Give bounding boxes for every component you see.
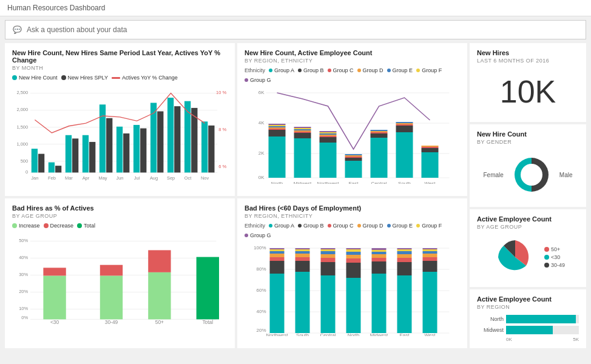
card2-title: New Hire Count, Active Employee Count <box>245 49 460 56</box>
svg-rect-146 <box>296 257 310 261</box>
bad-hires-chart: 50% 40% 30% 20% 10% 0% <box>12 232 228 326</box>
svg-text:100%: 100% <box>254 245 266 251</box>
svg-rect-138 <box>270 261 285 274</box>
svg-rect-118 <box>100 275 123 319</box>
svg-rect-57 <box>269 130 286 136</box>
svg-rect-144 <box>296 272 310 333</box>
svg-rect-117 <box>43 268 66 275</box>
female-label: Female <box>483 172 503 178</box>
region-bar-north: North <box>477 315 579 323</box>
svg-text:50%: 50% <box>19 238 28 243</box>
card-bad-hires-pct: Bad Hires as % of Actives BY AGE GROUP I… <box>5 198 235 348</box>
svg-rect-84 <box>371 132 388 133</box>
card1-chart: 2,500 2,000 1,500 1,000 500 0 10 % 8 % 6… <box>12 84 228 183</box>
svg-rect-88 <box>396 126 413 132</box>
svg-text:Aug: Aug <box>150 175 158 181</box>
svg-rect-181 <box>423 257 437 261</box>
card3-title: New Hires <box>477 49 579 56</box>
svg-rect-35 <box>201 121 208 172</box>
svg-rect-60 <box>269 126 286 127</box>
svg-text:40%: 40% <box>19 255 28 260</box>
svg-text:South: South <box>296 332 309 336</box>
svg-text:North: North <box>271 181 283 184</box>
card1-legend: New Hire Count New Hires SPLY Actives Yo… <box>12 75 228 81</box>
svg-rect-122 <box>197 257 219 320</box>
svg-text:Sep: Sep <box>167 175 175 181</box>
svg-rect-174 <box>397 258 412 262</box>
card5-legend: Increase Decrease Total <box>12 223 228 229</box>
svg-rect-169 <box>372 252 387 254</box>
svg-text:20%: 20% <box>256 328 266 333</box>
svg-text:6 %: 6 % <box>218 164 226 169</box>
svg-rect-62 <box>269 124 286 125</box>
svg-rect-142 <box>270 249 285 251</box>
svg-rect-92 <box>422 152 439 178</box>
card-new-hire-region: New Hire Count, Active Employee Count BY… <box>237 43 467 196</box>
svg-rect-148 <box>296 251 310 254</box>
card8-title: Active Employee Count <box>477 295 579 303</box>
svg-rect-149 <box>296 249 310 251</box>
svg-rect-152 <box>321 262 336 275</box>
svg-rect-78 <box>345 158 362 161</box>
svg-rect-177 <box>397 249 412 251</box>
svg-rect-162 <box>346 252 361 255</box>
svg-text:0K: 0K <box>258 175 265 180</box>
svg-rect-164 <box>346 248 361 249</box>
card7-title: Active Employee Count <box>477 215 579 223</box>
svg-rect-82 <box>371 138 388 178</box>
svg-rect-178 <box>397 248 412 249</box>
ask-bar[interactable]: 💬 Ask a question about your data <box>5 20 586 39</box>
svg-rect-120 <box>148 272 171 320</box>
card-new-hire-monthly: New Hire Count, New Hires Same Period La… <box>5 43 235 196</box>
svg-text:30-49: 30-49 <box>105 319 118 325</box>
bad-hires-region-chart: 100% 80% 60% 40% 20% <box>245 242 460 336</box>
svg-rect-19 <box>66 135 72 173</box>
svg-rect-156 <box>321 249 336 251</box>
svg-text:1,500: 1,500 <box>16 124 28 130</box>
svg-rect-15 <box>32 149 38 172</box>
svg-text:Total: Total <box>202 319 213 325</box>
svg-rect-20 <box>72 138 78 172</box>
age-pie <box>491 236 539 278</box>
svg-rect-185 <box>423 248 437 249</box>
svg-rect-160 <box>346 258 361 263</box>
svg-text:Jun: Jun <box>116 175 123 181</box>
svg-rect-30 <box>157 112 163 173</box>
card-new-hires-kpi: New Hires LAST 6 MONTHS OF 2016 10K <box>470 43 586 122</box>
svg-rect-163 <box>346 249 361 252</box>
svg-text:40%: 40% <box>256 309 266 314</box>
svg-rect-154 <box>321 254 336 258</box>
svg-rect-137 <box>270 274 285 333</box>
svg-rect-63 <box>294 138 311 178</box>
svg-text:Central: Central <box>320 332 336 336</box>
svg-rect-58 <box>269 129 286 130</box>
svg-rect-74 <box>320 133 337 135</box>
svg-rect-31 <box>167 98 174 172</box>
svg-rect-36 <box>208 126 214 173</box>
svg-rect-59 <box>269 127 286 129</box>
svg-rect-73 <box>320 135 337 136</box>
svg-rect-159 <box>346 263 361 278</box>
svg-rect-150 <box>296 248 310 249</box>
svg-rect-175 <box>397 254 412 258</box>
svg-text:Midwest: Midwest <box>294 181 312 184</box>
svg-text:50+: 50+ <box>155 319 164 325</box>
svg-rect-179 <box>423 272 437 333</box>
svg-rect-176 <box>397 251 412 254</box>
svg-text:West: West <box>424 181 436 184</box>
svg-rect-182 <box>423 254 437 257</box>
svg-text:South: South <box>398 181 411 184</box>
svg-text:2,000: 2,000 <box>16 107 28 113</box>
card5-subtitle: BY AGE GROUP <box>12 213 228 219</box>
svg-text:20%: 20% <box>19 289 28 294</box>
svg-text:0%: 0% <box>21 315 28 320</box>
svg-rect-139 <box>270 257 285 261</box>
svg-rect-158 <box>346 278 361 333</box>
svg-rect-70 <box>320 143 337 178</box>
card8-subtitle: BY REGION <box>477 304 579 310</box>
svg-rect-119 <box>100 265 123 276</box>
svg-text:500: 500 <box>21 158 28 164</box>
svg-rect-75 <box>320 132 337 133</box>
svg-text:Midwest: Midwest <box>370 332 388 336</box>
svg-rect-171 <box>372 248 387 250</box>
